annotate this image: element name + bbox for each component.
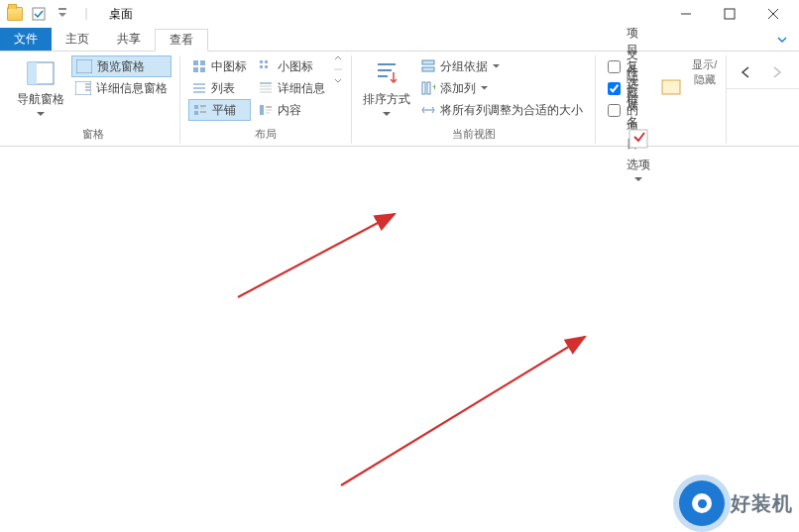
- maximize-button[interactable]: [708, 0, 751, 28]
- small-icons-icon: [259, 59, 273, 73]
- group-showhide: 项目复选框 文件扩展名 隐藏的项目 隐藏所选项目 显示/隐藏 选项: [596, 55, 727, 144]
- svg-line-65: [238, 214, 395, 297]
- svg-rect-27: [260, 60, 263, 63]
- svg-rect-30: [265, 65, 268, 68]
- hide-selected-button[interactable]: 隐藏所选项目: [656, 55, 688, 121]
- watermark-logo-icon: [679, 480, 725, 526]
- addcol-icon: +: [421, 81, 435, 95]
- ribbon-tabs: 文件 主页 共享 查看: [0, 28, 799, 52]
- preview-pane-icon: [76, 59, 92, 73]
- medium-icons-icon: [192, 59, 206, 73]
- address-row: › 此电脑 › 桌面 在 桌面 中搜索: [727, 55, 799, 89]
- sizecols-icon: [421, 103, 435, 117]
- svg-rect-11: [75, 81, 91, 95]
- layout-content[interactable]: 内容: [255, 99, 329, 121]
- qat-separator: [75, 3, 97, 25]
- layout-gallery-scroll[interactable]: [333, 55, 343, 83]
- details-pane-button[interactable]: 详细信息窗格: [71, 77, 171, 99]
- svg-text:+: +: [432, 82, 435, 92]
- svg-rect-48: [662, 80, 680, 94]
- tab-file[interactable]: 文件: [0, 28, 52, 51]
- back-button[interactable]: [735, 60, 758, 84]
- svg-rect-25: [194, 111, 198, 115]
- sort-button[interactable]: 排序方式: [360, 55, 413, 121]
- details-pane-icon: [75, 81, 91, 95]
- svg-rect-8: [28, 62, 37, 84]
- tiles-icon: [193, 103, 207, 117]
- nav-pane-icon: [25, 59, 57, 87]
- ribbon-collapse[interactable]: [765, 28, 799, 51]
- layout-small[interactable]: 小图标: [255, 55, 329, 77]
- qat-checkbox[interactable]: [28, 3, 50, 25]
- group-label-panes: 窗格: [14, 125, 171, 144]
- svg-rect-44: [422, 67, 434, 71]
- ribbon: 导航窗格 预览窗格 详细信息窗格 窗格 中图标 列表 平铺: [0, 52, 799, 147]
- layout-medium[interactable]: 中图标: [188, 55, 251, 77]
- addcol-button[interactable]: +添加列: [417, 77, 587, 99]
- close-button[interactable]: [751, 0, 795, 28]
- recent-dropdown[interactable]: [794, 60, 799, 84]
- tab-view[interactable]: 查看: [155, 29, 208, 52]
- group-label-current: 当前视图: [360, 125, 587, 144]
- layout-tiles[interactable]: 平铺: [188, 99, 251, 121]
- svg-rect-50: [629, 130, 647, 148]
- content-icon: [259, 103, 273, 117]
- details-icon: [259, 81, 273, 95]
- svg-rect-4: [725, 9, 735, 19]
- minimize-button[interactable]: [664, 0, 708, 28]
- nav-pane-button[interactable]: 导航窗格: [14, 55, 67, 121]
- window-title: 桌面: [109, 6, 133, 23]
- svg-rect-46: [427, 82, 430, 94]
- chevron-down-icon: [383, 112, 391, 117]
- svg-rect-18: [200, 67, 205, 72]
- svg-rect-1: [58, 8, 66, 10]
- svg-rect-43: [422, 60, 434, 64]
- hide-icon: 隐藏所选项目: [656, 74, 688, 102]
- svg-rect-22: [194, 105, 198, 109]
- group-layout: 中图标 列表 平铺 小图标 详细信息 内容 布局: [180, 55, 352, 144]
- list-icon: [192, 81, 206, 95]
- svg-rect-17: [193, 67, 198, 72]
- watermark-text: 好装机: [731, 490, 793, 517]
- svg-rect-15: [193, 60, 198, 65]
- group-panes: 导航窗格 预览窗格 详细信息窗格 窗格: [6, 55, 180, 144]
- svg-rect-35: [260, 105, 264, 115]
- groupby-button[interactable]: 分组依据: [417, 55, 587, 77]
- preview-pane-button[interactable]: 预览窗格: [71, 55, 171, 77]
- svg-rect-0: [33, 8, 45, 20]
- svg-line-66: [341, 337, 585, 485]
- svg-rect-16: [200, 60, 205, 65]
- options-icon: [623, 125, 654, 153]
- forward-button[interactable]: [764, 60, 788, 84]
- groupby-icon: [421, 59, 435, 73]
- chevron-down-icon: [37, 112, 45, 117]
- group-current: 排序方式 分组依据 +添加列 将所有列调整为合适的大小 当前视图: [352, 55, 596, 144]
- watermark: 好装机: [679, 480, 793, 526]
- folder-icon: [4, 3, 26, 25]
- chk-hidden-items[interactable]: 隐藏的项目: [604, 99, 652, 121]
- group-label-showhide: 显示/隐藏: [692, 55, 718, 89]
- svg-rect-28: [265, 60, 268, 63]
- sizecols-button[interactable]: 将所有列调整为合适的大小: [417, 99, 587, 121]
- tab-home[interactable]: 主页: [52, 28, 103, 51]
- chevron-down-icon: [634, 177, 642, 182]
- tab-share[interactable]: 共享: [103, 28, 155, 51]
- svg-rect-10: [85, 60, 91, 72]
- sort-icon: [371, 59, 402, 87]
- group-label-layout: 布局: [188, 125, 343, 144]
- layout-list[interactable]: 列表: [188, 77, 251, 99]
- titlebar: 桌面: [0, 0, 799, 28]
- qat-dropdown[interactable]: [52, 3, 73, 25]
- group-options: 选项: [604, 121, 718, 202]
- options-button[interactable]: 选项: [612, 121, 665, 186]
- svg-rect-29: [260, 65, 263, 68]
- layout-details[interactable]: 详细信息: [255, 77, 329, 99]
- svg-rect-45: [422, 82, 425, 94]
